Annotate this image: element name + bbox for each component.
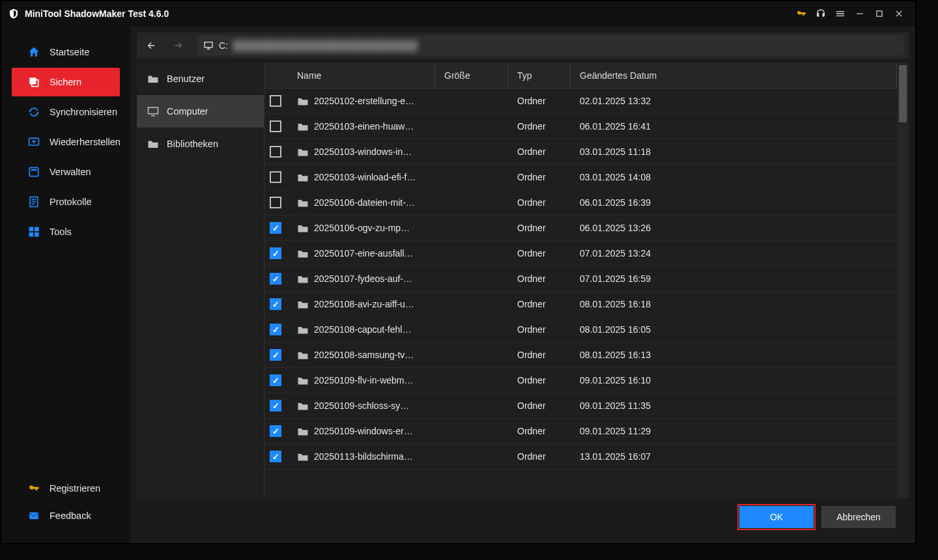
home-icon bbox=[27, 46, 40, 59]
svg-rect-14 bbox=[149, 107, 158, 114]
row-date: 06.01.2025 13:26 bbox=[571, 223, 897, 233]
row-checkbox[interactable] bbox=[270, 425, 281, 437]
sidebar-item-verwalten[interactable]: Verwalten bbox=[12, 158, 120, 186]
tree-item-label: Computer bbox=[167, 106, 208, 117]
tree-panel: Benutzer Computer Bibliotheken bbox=[137, 63, 264, 499]
computer-icon bbox=[147, 105, 159, 117]
row-type: Ordner bbox=[508, 121, 571, 132]
row-checkbox[interactable] bbox=[270, 171, 281, 183]
row-checkbox[interactable] bbox=[270, 95, 281, 107]
row-type: Ordner bbox=[508, 172, 571, 182]
sidebar-item-wiederherstellen[interactable]: Wiederherstellen bbox=[12, 128, 120, 156]
folder-icon bbox=[297, 197, 309, 208]
header-type[interactable]: Typ bbox=[508, 63, 571, 88]
header-size[interactable]: Größe bbox=[435, 63, 508, 88]
row-checkbox[interactable] bbox=[270, 120, 281, 132]
sync-icon bbox=[27, 105, 40, 119]
sidebar-item-tools[interactable]: Tools bbox=[12, 217, 120, 246]
row-checkbox[interactable] bbox=[270, 374, 281, 386]
row-checkbox[interactable] bbox=[270, 298, 281, 310]
sidebar-item-label: Startseite bbox=[50, 47, 89, 57]
svg-rect-1 bbox=[877, 11, 882, 16]
path-field[interactable]: C: ██████████████████████████ bbox=[197, 36, 903, 55]
library-folder-icon bbox=[147, 138, 159, 150]
table-row[interactable]: 20250107-eine-ausfall…Ordner07.01.2025 1… bbox=[264, 241, 897, 266]
nav-back-button[interactable] bbox=[142, 36, 160, 55]
cancel-button[interactable]: Abbrechen bbox=[821, 506, 896, 528]
row-checkbox[interactable] bbox=[270, 324, 281, 335]
file-list: Name Größe Typ Geändertes Datum 20250102… bbox=[264, 63, 897, 499]
menu-icon[interactable] bbox=[831, 4, 850, 23]
sidebar-item-synchronisieren[interactable]: Synchronisieren bbox=[12, 98, 120, 126]
row-type: Ordner bbox=[508, 273, 571, 284]
table-row[interactable]: 20250102-erstellung-e…Ordner02.01.2025 1… bbox=[264, 89, 897, 114]
restore-icon bbox=[27, 135, 40, 148]
headset-icon[interactable] bbox=[811, 4, 831, 23]
tree-item-computer[interactable]: Computer bbox=[137, 95, 264, 128]
minimize-button[interactable] bbox=[850, 4, 870, 23]
folder-icon bbox=[297, 273, 309, 284]
table-row[interactable]: 20250109-flv-in-webm…Ordner09.01.2025 16… bbox=[264, 368, 897, 393]
row-date: 06.01.2025 16:39 bbox=[571, 197, 897, 208]
key-icon[interactable] bbox=[791, 4, 811, 23]
row-type: Ordner bbox=[508, 324, 571, 335]
svg-rect-2 bbox=[29, 77, 36, 84]
row-checkbox[interactable] bbox=[270, 222, 281, 234]
sidebar-item-sichern[interactable]: Sichern bbox=[12, 68, 120, 96]
column-headers: Name Größe Typ Geändertes Datum bbox=[264, 63, 897, 89]
path-drive: C: bbox=[219, 40, 228, 51]
header-date[interactable]: Geändertes Datum bbox=[571, 63, 897, 88]
app-logo-icon bbox=[8, 8, 20, 20]
table-row[interactable]: 20250106-dateien-mit-…Ordner06.01.2025 1… bbox=[264, 190, 897, 216]
sidebar-item-protokolle[interactable]: Protokolle bbox=[12, 188, 120, 216]
row-name: 20250107-eine-ausfall… bbox=[314, 248, 414, 259]
tree-item-benutzer[interactable]: Benutzer bbox=[137, 63, 264, 95]
sidebar-item-startseite[interactable]: Startseite bbox=[12, 38, 120, 66]
table-row[interactable]: 20250106-ogv-zu-mp…Ordner06.01.2025 13:2… bbox=[264, 216, 897, 241]
row-checkbox[interactable] bbox=[270, 247, 281, 259]
row-checkbox[interactable] bbox=[270, 146, 281, 158]
row-checkbox[interactable] bbox=[270, 273, 281, 285]
table-row[interactable]: 20250107-fydeos-auf-…Ordner07.01.2025 16… bbox=[264, 266, 897, 292]
svg-rect-0 bbox=[857, 13, 862, 14]
row-name: 20250103-einen-huaw… bbox=[314, 121, 414, 132]
sidebar-item-label: Tools bbox=[50, 227, 72, 237]
sidebar-item-feedback[interactable]: Feedback bbox=[12, 503, 120, 529]
svg-rect-10 bbox=[29, 232, 34, 237]
tree-item-bibliotheken[interactable]: Bibliotheken bbox=[137, 128, 264, 160]
nav-forward-button[interactable] bbox=[169, 36, 188, 55]
maximize-button[interactable] bbox=[870, 4, 889, 23]
ok-button[interactable]: OK bbox=[739, 506, 814, 528]
row-name: 20250113-bildschirma… bbox=[314, 451, 413, 462]
row-date: 13.01.2025 16:07 bbox=[571, 451, 897, 462]
table-row[interactable]: 20250113-bildschirma…Ordner13.01.2025 16… bbox=[264, 444, 897, 469]
header-name[interactable]: Name bbox=[288, 63, 435, 88]
folder-icon bbox=[297, 96, 309, 106]
row-checkbox[interactable] bbox=[270, 197, 281, 208]
sidebar-item-label: Wiederherstellen bbox=[50, 137, 121, 147]
table-row[interactable]: 20250103-windows-in…Ordner03.01.2025 11:… bbox=[264, 139, 897, 165]
row-checkbox[interactable] bbox=[270, 349, 281, 361]
row-name: 20250103-winload-efi-f… bbox=[314, 172, 416, 182]
sidebar-item-registrieren[interactable]: Registrieren bbox=[12, 475, 120, 501]
row-type: Ordner bbox=[508, 299, 571, 309]
table-row[interactable]: 20250108-samsung-tv…Ordner08.01.2025 16:… bbox=[264, 343, 897, 368]
sidebar-item-label: Sichern bbox=[50, 77, 81, 87]
table-row[interactable]: 20250108-capcut-fehl…Ordner08.01.2025 16… bbox=[264, 317, 897, 343]
row-type: Ordner bbox=[508, 400, 571, 411]
close-button[interactable] bbox=[889, 4, 909, 23]
table-row[interactable]: 20250108-avi-zu-aiff-u…Ordner08.01.2025 … bbox=[264, 292, 897, 317]
table-row[interactable]: 20250109-windows-er…Ordner09.01.2025 11:… bbox=[264, 419, 897, 444]
scrollbar[interactable] bbox=[897, 63, 909, 499]
row-name: 20250108-avi-zu-aiff-u… bbox=[314, 299, 414, 309]
table-row[interactable]: 20250103-einen-huaw…Ordner06.01.2025 16:… bbox=[264, 114, 897, 139]
svg-rect-11 bbox=[35, 232, 39, 237]
table-row[interactable]: 20250103-winload-efi-f…Ordner03.01.2025 … bbox=[264, 165, 897, 190]
row-checkbox[interactable] bbox=[270, 400, 281, 412]
row-date: 03.01.2025 11:18 bbox=[571, 147, 897, 157]
scrollbar-thumb[interactable] bbox=[899, 65, 907, 122]
register-key-icon bbox=[27, 482, 40, 495]
row-checkbox[interactable] bbox=[270, 451, 281, 462]
table-row[interactable]: 20250109-schloss-sy…Ordner09.01.2025 11:… bbox=[264, 393, 897, 419]
file-browser: Benutzer Computer Bibliotheken bbox=[137, 63, 909, 499]
